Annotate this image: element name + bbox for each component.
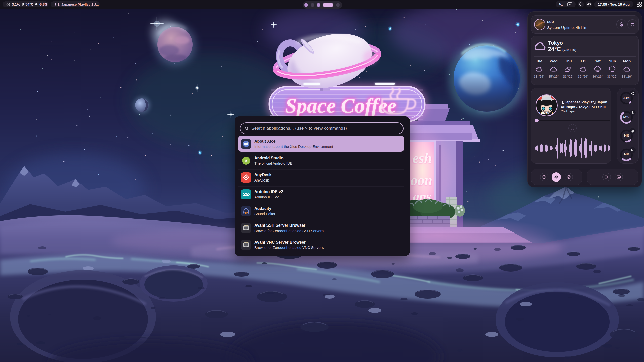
svg-text:esh: esh <box>412 150 432 166</box>
svg-text:Space Coffee: Space Coffee <box>285 94 397 117</box>
svg-text:oon: oon <box>410 172 432 188</box>
